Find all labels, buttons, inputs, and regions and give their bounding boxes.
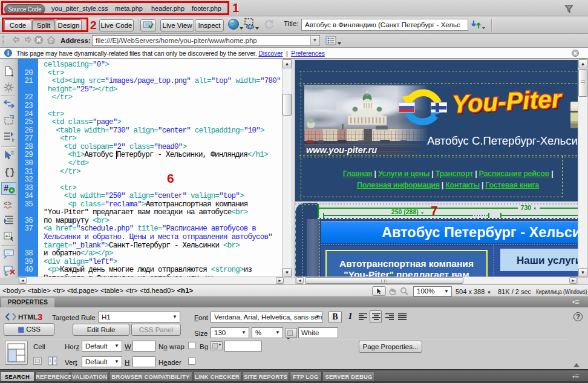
svg-text:<>: <> (4, 200, 12, 208)
svg-text:#: # (4, 184, 8, 194)
svg-text:{}: {} (4, 168, 15, 177)
